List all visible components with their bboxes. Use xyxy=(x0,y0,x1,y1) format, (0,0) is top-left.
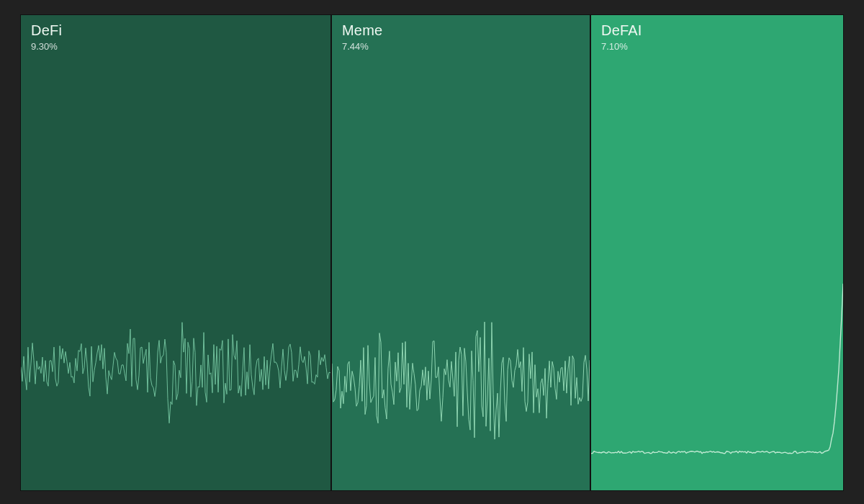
tile-meme[interactable]: Meme 7.44% xyxy=(331,14,590,491)
tile-title: DeFAI xyxy=(601,22,642,38)
tile-percent: 7.44% xyxy=(342,41,369,52)
tile-percent: 7.10% xyxy=(601,41,628,52)
tile-percent: 9.30% xyxy=(31,41,58,52)
tile-defi[interactable]: DeFi 9.30% xyxy=(20,14,331,491)
tile-title: DeFi xyxy=(31,22,62,38)
tile-title: Meme xyxy=(342,22,382,38)
tile-defai[interactable]: DeFAI 7.10% xyxy=(590,14,844,491)
sparkline xyxy=(591,280,843,467)
sparkline xyxy=(21,280,330,453)
sparkline xyxy=(332,266,590,474)
treemap-frame: DeFi 9.30% Meme 7.44% DeFAI 7.10% xyxy=(20,14,844,491)
